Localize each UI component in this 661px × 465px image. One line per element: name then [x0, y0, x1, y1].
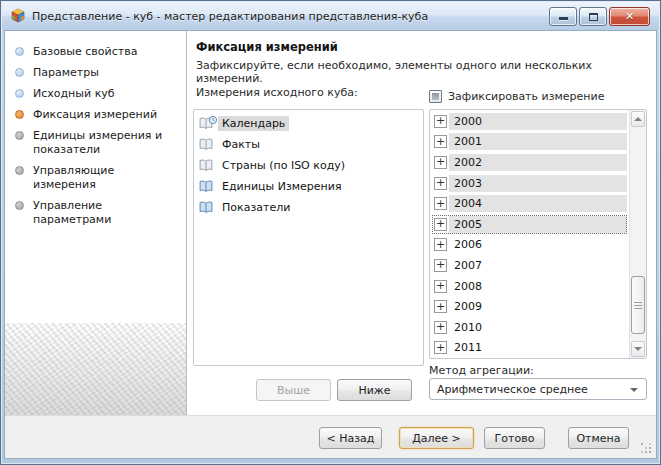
tree-row[interactable]: +2011 [432, 338, 627, 359]
sidebar-step-item[interactable]: Фиксация измерений [5, 104, 186, 125]
step-label: Управляющие измерения [33, 164, 180, 192]
move-down-button[interactable]: Ниже [337, 379, 412, 401]
tree-row[interactable]: +2006 [432, 235, 627, 256]
dimension-label: Единицы Измерения [218, 179, 346, 194]
expand-plus-icon[interactable]: + [434, 218, 447, 231]
dimensions-list-label: Измерения исходного куба: [196, 86, 358, 99]
expand-plus-icon[interactable]: + [434, 280, 447, 293]
minimize-icon [559, 17, 568, 20]
arrow-down-icon [634, 347, 642, 351]
tree-item-label: 2000 [449, 113, 627, 130]
expand-plus-icon[interactable]: + [434, 341, 447, 354]
wizard-steps: Базовые свойстваПараметрыИсходный кубФик… [5, 31, 186, 230]
aggregation-combobox[interactable]: Арифметическое среднее [429, 378, 647, 400]
wizard-steps-sidebar: Базовые свойстваПараметрыИсходный кубФик… [5, 31, 187, 415]
tree-row[interactable]: +2009 [432, 296, 627, 317]
dimension-list-item[interactable]: Единицы Измерения [194, 176, 423, 197]
close-icon: ✕ [610, 10, 649, 23]
tree-row[interactable]: +2005 [432, 214, 627, 235]
app-cube-icon [10, 8, 26, 24]
step-bullet-icon [15, 89, 24, 98]
dimension-elements-tree[interactable]: +2000+2001+2002+2003+2004+2005+2006+2007… [429, 109, 647, 359]
dimension-list-item[interactable]: Страны (по ISO коду) [194, 155, 423, 176]
tree-item-label: 2009 [449, 298, 627, 315]
tree-row[interactable]: +2004 [432, 193, 627, 214]
scroll-down-button[interactable] [631, 341, 645, 357]
scroll-up-button[interactable] [631, 111, 645, 127]
dimension-list-item[interactable]: Факты [194, 134, 423, 155]
page-title: Фиксация измерений [196, 40, 338, 54]
cancel-button[interactable]: Отмена [568, 427, 629, 449]
step-label: Единицы измерения и показатели [33, 129, 180, 157]
sidebar-step-item[interactable]: Исходный куб [5, 83, 186, 104]
tree-row[interactable]: +2001 [432, 132, 627, 153]
chevron-down-icon [630, 388, 638, 392]
tree-row[interactable]: +2008 [432, 276, 627, 297]
footer-bar: < Назад Далее > Готово Отмена [5, 415, 656, 458]
wizard-window: Представление - куб - мастер редактирова… [0, 0, 661, 465]
fix-dimension-checkbox[interactable] [429, 90, 442, 103]
sidebar-step-item[interactable]: Единицы измерения и показатели [5, 125, 186, 160]
step-bullet-icon [15, 166, 24, 175]
tree-item-label: 2006 [449, 236, 627, 253]
tree-item-label: 2004 [449, 195, 627, 212]
expand-plus-icon[interactable]: + [434, 321, 447, 334]
sidebar-step-item[interactable]: Параметры [5, 62, 186, 83]
tree-item-label: 2001 [449, 133, 627, 150]
tree-row[interactable]: +2000 [432, 111, 627, 132]
expand-plus-icon[interactable]: + [434, 300, 447, 313]
scrollbar-track[interactable] [629, 110, 646, 358]
tree-item-label: 2005 [449, 216, 627, 233]
tree-rows: +2000+2001+2002+2003+2004+2005+2006+2007… [430, 110, 646, 358]
expand-plus-icon[interactable]: + [434, 156, 447, 169]
close-button[interactable]: ✕ [609, 7, 650, 26]
tree-row[interactable]: +2002 [432, 152, 627, 173]
dimensions-listbox[interactable]: КалендарьФактыСтраны (по ISO коду)Единиц… [193, 109, 424, 366]
step-bullet-icon [15, 47, 24, 56]
sidebar-step-item[interactable]: Управляющие измерения [5, 160, 186, 195]
aggregation-label: Метод агрегации: [429, 364, 534, 377]
countries-dimension-icon [198, 158, 214, 174]
step-label: Исходный куб [33, 87, 115, 101]
titlebar: Представление - куб - мастер редактирова… [2, 2, 659, 30]
dimension-label: Календарь [218, 116, 289, 131]
maximize-icon [589, 13, 598, 21]
sidebar-step-item[interactable]: Управление параметрами [5, 195, 186, 230]
dialog-frame: Базовые свойстваПараметрыИсходный кубФик… [4, 30, 657, 459]
sidebar-step-item[interactable]: Базовые свойства [5, 41, 186, 62]
tree-row[interactable]: +2007 [432, 255, 627, 276]
scrollbar-thumb[interactable] [631, 276, 645, 334]
dimension-label: Факты [218, 137, 264, 152]
dimension-label: Страны (по ISO коду) [218, 158, 349, 173]
expand-plus-icon[interactable]: + [434, 259, 447, 272]
expand-plus-icon[interactable]: + [434, 115, 447, 128]
expand-plus-icon[interactable]: + [434, 238, 447, 251]
tree-row[interactable]: +2010 [432, 317, 627, 338]
dimension-list-item[interactable]: Показатели [194, 197, 423, 218]
tree-item-label: 2011 [449, 339, 627, 356]
step-bullet-icon [15, 110, 24, 119]
fix-dimension-label: Зафиксировать измерение [448, 90, 604, 103]
arrow-up-icon [634, 117, 642, 121]
page-content: Фиксация измерений Зафиксируйте, если не… [188, 31, 656, 415]
tree-item-label: 2010 [449, 319, 627, 336]
facts-dimension-icon [198, 137, 214, 153]
dimension-list-item[interactable]: Календарь [194, 113, 423, 134]
aggregation-value: Арифметическое среднее [437, 383, 588, 396]
tree-row[interactable]: +2003 [432, 173, 627, 194]
back-button[interactable]: < Назад [319, 427, 382, 449]
maximize-button[interactable] [579, 7, 607, 26]
calendar-dimension-icon [198, 116, 214, 132]
minimize-button[interactable] [549, 7, 577, 26]
move-up-button[interactable]: Выше [256, 379, 331, 401]
page-description: Зафиксируйте, если необходимо, элементы … [196, 59, 646, 85]
expand-plus-icon[interactable]: + [434, 177, 447, 190]
expand-plus-icon[interactable]: + [434, 197, 447, 210]
next-button[interactable]: Далее > [399, 427, 474, 449]
resize-grip[interactable] [641, 443, 652, 454]
step-label: Управление параметрами [33, 199, 180, 227]
expand-plus-icon[interactable]: + [434, 135, 447, 148]
step-label: Фиксация измерений [33, 108, 157, 122]
finish-button[interactable]: Готово [484, 427, 545, 449]
units-dimension-icon [198, 179, 214, 195]
